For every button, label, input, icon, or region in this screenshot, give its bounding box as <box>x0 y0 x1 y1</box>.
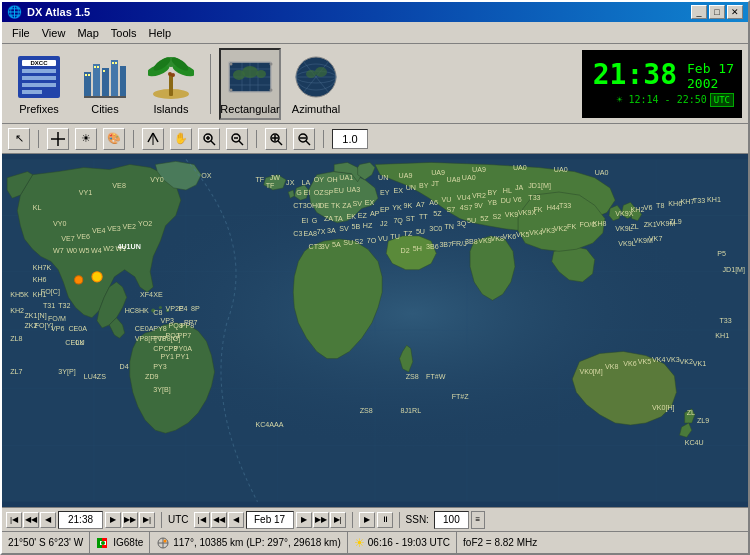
prefixes-button[interactable]: DXCC Prefixes <box>8 49 70 119</box>
antenna-button[interactable] <box>142 128 164 150</box>
svg-text:G: G <box>296 189 302 197</box>
close-button[interactable]: ✕ <box>727 5 743 19</box>
date-skip-end[interactable]: ▶| <box>330 512 346 528</box>
svg-rect-18 <box>112 62 114 64</box>
svg-text:3A: 3A <box>327 227 336 235</box>
time-playback-right: ▶ ▶▶ ▶| <box>105 512 155 528</box>
move-button[interactable]: ✋ <box>170 128 192 150</box>
svg-text:VK5: VK5 <box>516 231 530 239</box>
svg-text:VR2: VR2 <box>472 192 486 200</box>
time-skip-start[interactable]: |◀ <box>6 512 22 528</box>
svg-text:J2: J2 <box>380 220 388 228</box>
minimize-button[interactable]: _ <box>691 5 707 19</box>
bearing-icon <box>156 536 170 550</box>
svg-text:TT: TT <box>419 213 428 221</box>
pause-button[interactable]: ⏸ <box>377 512 393 528</box>
svg-text:S2: S2 <box>493 213 502 221</box>
svg-text:XE: XE <box>153 291 163 299</box>
svg-text:T32: T32 <box>58 302 70 310</box>
color-button[interactable]: 🎨 <box>103 128 125 150</box>
svg-text:8J1RL: 8J1RL <box>401 407 422 415</box>
svg-text:VY1: VY1 <box>79 189 93 197</box>
svg-text:3B8: 3B8 <box>465 238 478 246</box>
svg-text:VE8: VE8 <box>112 182 126 190</box>
svg-text:T33: T33 <box>559 202 571 210</box>
clock-date-line1: Feb 17 <box>687 61 734 76</box>
play-button[interactable]: ▶ <box>359 512 375 528</box>
svg-text:UA0: UA0 <box>513 164 527 172</box>
svg-text:LU: LU <box>76 339 85 347</box>
cursor-tool-button[interactable]: ↖ <box>8 128 30 150</box>
svg-text:UA1: UA1 <box>339 174 353 182</box>
svg-text:VK2: VK2 <box>680 358 694 366</box>
svg-text:ZL8: ZL8 <box>10 335 22 343</box>
menu-map[interactable]: Map <box>71 25 104 41</box>
svg-text:VP3: VP3 <box>160 317 174 325</box>
svg-text:ST: ST <box>406 215 416 223</box>
date-forward[interactable]: ▶ <box>296 512 312 528</box>
date-fast-back[interactable]: ◀◀ <box>211 512 227 528</box>
cities-button[interactable]: Cities <box>74 49 136 119</box>
sep2 <box>352 512 353 528</box>
menu-file[interactable]: File <box>6 25 36 41</box>
svg-text:9V: 9V <box>474 202 483 210</box>
rectangular-label: Rectangular <box>220 103 279 115</box>
svg-text:FT#W: FT#W <box>426 373 446 381</box>
rectangular-button[interactable]: Rectangular <box>219 48 281 120</box>
svg-text:5U: 5U <box>416 228 425 236</box>
svg-text:UA0: UA0 <box>554 166 568 174</box>
time-back[interactable]: ◀ <box>40 512 56 528</box>
svg-point-38 <box>256 70 266 78</box>
svg-rect-10 <box>111 60 118 98</box>
freq-segment: foF2 = 8.82 MHz <box>457 532 543 553</box>
menu-bar: File View Map Tools Help <box>2 22 748 44</box>
ssn-slider[interactable]: ≡ <box>471 511 485 529</box>
svg-text:BY: BY <box>487 189 497 197</box>
svg-text:ZL: ZL <box>687 409 695 417</box>
svg-text:EZ: EZ <box>358 212 368 220</box>
time-fast-back[interactable]: ◀◀ <box>23 512 39 528</box>
svg-text:UA9: UA9 <box>431 169 445 177</box>
svg-point-41 <box>270 62 273 65</box>
zoomin2-button[interactable] <box>265 128 287 150</box>
svg-text:7X: 7X <box>317 228 326 236</box>
ssn-label: SSN: <box>406 514 429 525</box>
svg-text:VK1: VK1 <box>693 360 707 368</box>
date-back[interactable]: ◀ <box>228 512 244 528</box>
islands-button[interactable]: Islands <box>140 49 202 119</box>
menu-help[interactable]: Help <box>142 25 177 41</box>
svg-text:KH6: KH6 <box>33 276 47 284</box>
date-fast-forward[interactable]: ▶▶ <box>313 512 329 528</box>
zoomin-button[interactable] <box>198 128 220 150</box>
svg-text:W0: W0 <box>66 247 77 255</box>
zoom-value-input[interactable] <box>332 129 368 149</box>
zoomout-button[interactable] <box>226 128 248 150</box>
svg-text:YB: YB <box>487 199 497 207</box>
svg-text:KC4AAA: KC4AAA <box>255 421 283 429</box>
time-forward[interactable]: ▶ <box>105 512 121 528</box>
bottom-status-bar: 21°50' S 6°23' W IG68te 117°, 10385 km (… <box>2 531 748 553</box>
map-area[interactable]: KL VY1 VE8 VY0 OX VY0 VE7 VE6 VE4 VE3 VE… <box>2 154 748 507</box>
azimuthal-icon <box>292 53 340 101</box>
crosshair-tool-button[interactable] <box>47 128 69 150</box>
svg-text:OH: OH <box>327 176 338 184</box>
date-skip-start[interactable]: |◀ <box>194 512 210 528</box>
zoomout2-button[interactable] <box>293 128 315 150</box>
time-skip-end[interactable]: ▶| <box>139 512 155 528</box>
svg-point-28 <box>171 73 175 77</box>
svg-text:VK4: VK4 <box>652 356 666 364</box>
svg-text:PP8: PP8 <box>181 322 195 330</box>
menu-tools[interactable]: Tools <box>105 25 143 41</box>
toolbar-divider <box>210 54 211 114</box>
coordinates-segment: 21°50' S 6°23' W <box>2 532 90 553</box>
sep1 <box>161 512 162 528</box>
date-playback-right: ▶ ▶▶ ▶| <box>296 512 346 528</box>
menu-view[interactable]: View <box>36 25 72 41</box>
clock-sun-times: ☀ 12:14 - 22:50 UTC <box>616 93 734 107</box>
time-fast-forward[interactable]: ▶▶ <box>122 512 138 528</box>
azimuthal-button[interactable]: Azimuthal <box>285 49 347 119</box>
svg-rect-14 <box>88 74 90 76</box>
svg-text:W2: W2 <box>103 245 114 253</box>
maximize-button[interactable]: □ <box>709 5 725 19</box>
brightness-button[interactable]: ☀ <box>75 128 97 150</box>
